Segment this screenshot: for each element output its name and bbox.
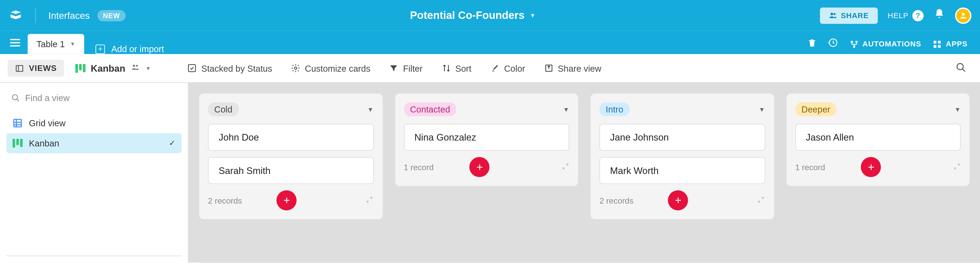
add-record-button[interactable]: + — [469, 157, 490, 177]
airtable-logo-icon[interactable] — [9, 8, 22, 22]
user-avatar[interactable] — [955, 7, 971, 24]
title-caret-icon[interactable]: ▼ — [530, 12, 536, 19]
views-button[interactable]: VIEWS — [8, 60, 65, 76]
column-pill[interactable]: Cold — [208, 102, 239, 116]
trash-icon[interactable] — [807, 38, 817, 50]
view-item-label: Kanban — [29, 138, 59, 148]
help-button[interactable]: HELP ? — [888, 10, 924, 21]
view-item-label: Grid view — [29, 118, 65, 128]
interfaces-link[interactable]: Interfaces — [48, 10, 90, 21]
view-item-grid[interactable]: Grid view — [6, 113, 182, 133]
automations-icon — [850, 39, 859, 49]
sort-icon — [442, 63, 451, 73]
svg-point-9 — [853, 45, 855, 48]
divider — [6, 256, 182, 256]
tab-bar: Table 1 ▼ + Add or import AUTOMATIONS AP… — [0, 31, 980, 54]
current-view-label: Kanban — [91, 63, 125, 73]
automations-label: AUTOMATIONS — [862, 40, 921, 48]
view-item-kanban[interactable]: Kanban ✓ — [6, 133, 182, 153]
stacked-by-button[interactable]: Stacked by Status — [181, 63, 278, 73]
svg-rect-12 — [934, 44, 937, 48]
svg-point-19 — [294, 67, 297, 70]
chevron-down-icon[interactable]: ▼ — [759, 106, 765, 113]
topbar: Interfaces NEW Potential Co-Founders ▼ S… — [0, 0, 980, 31]
help-icon: ? — [912, 10, 924, 21]
color-button[interactable]: Color — [484, 63, 531, 73]
svg-point-16 — [133, 65, 135, 67]
table-tab-label: Table 1 — [37, 39, 65, 49]
share-view-button[interactable]: Share view — [538, 63, 608, 73]
kanban-column-cold: Cold▼John DoeSarah Smith2 records+ — [199, 93, 383, 220]
record-card[interactable]: Jason Allen — [795, 124, 961, 151]
svg-rect-13 — [938, 44, 941, 48]
views-label: VIEWS — [29, 63, 57, 73]
find-view-input[interactable]: Find a view — [6, 89, 182, 107]
record-card[interactable]: Jane Johnson — [600, 124, 765, 151]
add-record-button[interactable]: + — [277, 190, 297, 211]
chevron-down-icon[interactable]: ▼ — [563, 106, 569, 113]
notifications-icon[interactable] — [934, 8, 945, 23]
add-or-import-button[interactable]: + Add or import — [84, 44, 175, 54]
svg-point-0 — [830, 13, 833, 16]
filter-label: Filter — [403, 63, 423, 73]
record-card[interactable]: Sarah Smith — [208, 157, 374, 184]
share-view-label: Share view — [558, 63, 601, 73]
search-icon[interactable] — [950, 62, 973, 74]
expand-icon[interactable] — [757, 196, 765, 205]
sort-button[interactable]: Sort — [435, 63, 478, 73]
kanban-icon — [76, 64, 86, 73]
chevron-down-icon: ▼ — [145, 65, 151, 71]
svg-point-7 — [850, 40, 853, 43]
menu-icon[interactable] — [8, 31, 23, 54]
svg-rect-11 — [938, 40, 941, 43]
sidebar-icon — [15, 64, 24, 73]
svg-point-21 — [957, 63, 963, 70]
add-record-button[interactable]: + — [668, 190, 688, 211]
chevron-down-icon: ▼ — [70, 41, 76, 47]
svg-rect-14 — [16, 65, 23, 71]
record-card[interactable]: John Doe — [208, 124, 374, 151]
add-record-button[interactable]: + — [861, 157, 881, 177]
expand-icon[interactable] — [953, 162, 961, 172]
record-card[interactable]: Mark Worth — [600, 157, 765, 184]
svg-line-24 — [17, 99, 19, 101]
add-import-label: Add or import — [111, 44, 164, 54]
checkbox-icon — [188, 63, 197, 73]
svg-point-23 — [13, 95, 18, 100]
base-title[interactable]: Potential Co-Founders — [410, 9, 525, 22]
views-sidebar: Find a view Grid view Kanban ✓ — [0, 83, 189, 263]
svg-line-22 — [963, 69, 965, 71]
share-button[interactable]: SHARE — [820, 7, 877, 24]
apps-button[interactable]: APPS — [932, 39, 967, 49]
column-pill[interactable]: Contacted — [404, 102, 456, 116]
expand-icon[interactable] — [562, 162, 570, 172]
new-badge: NEW — [97, 10, 126, 21]
plus-box-icon: + — [95, 44, 105, 54]
record-count: 1 record — [795, 162, 825, 172]
filter-button[interactable]: Filter — [383, 63, 429, 73]
record-count: 1 record — [404, 162, 434, 172]
history-icon[interactable] — [828, 38, 838, 50]
chevron-down-icon[interactable]: ▼ — [955, 106, 961, 113]
find-view-placeholder: Find a view — [25, 93, 69, 103]
expand-icon[interactable] — [366, 196, 374, 205]
kanban-icon — [13, 139, 22, 147]
customize-cards-button[interactable]: Customize cards — [285, 63, 377, 73]
column-pill[interactable]: Deeper — [795, 102, 837, 116]
record-count: 2 records — [208, 196, 242, 205]
check-icon: ✓ — [169, 139, 175, 147]
people-icon — [130, 63, 140, 73]
table-tab[interactable]: Table 1 ▼ — [27, 34, 84, 54]
svg-point-17 — [136, 65, 138, 67]
svg-rect-25 — [14, 119, 21, 127]
kanban-column-deeper: Deeper▼Jason Allen1 record+ — [786, 93, 970, 187]
column-pill[interactable]: Intro — [600, 102, 630, 116]
customize-label: Customize cards — [305, 63, 371, 73]
automations-button[interactable]: AUTOMATIONS — [850, 39, 921, 49]
kanban-column-contacted: Contacted▼Nina Gonzalez1 record+ — [394, 93, 579, 187]
people-icon — [829, 11, 837, 19]
search-icon — [11, 93, 20, 102]
current-view[interactable]: Kanban ▼ — [71, 63, 156, 73]
record-card[interactable]: Nina Gonzalez — [404, 124, 570, 151]
chevron-down-icon[interactable]: ▼ — [367, 106, 373, 113]
